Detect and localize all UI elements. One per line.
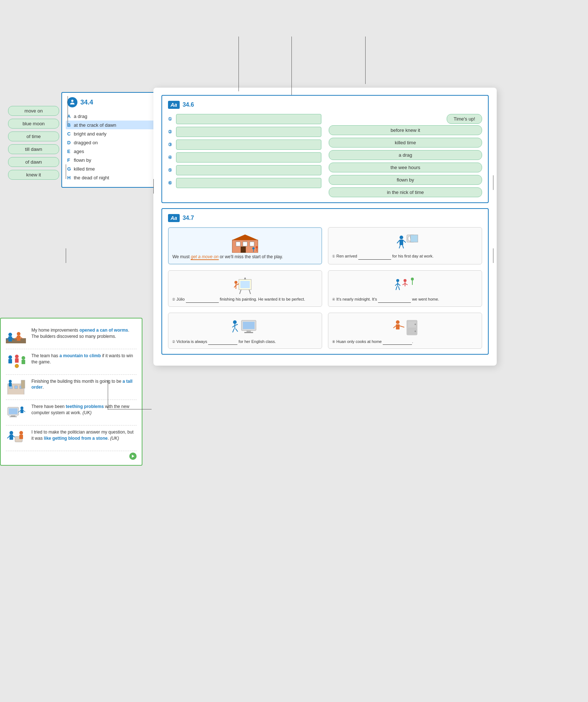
- audio-button[interactable]: [129, 453, 137, 460]
- fill-input-2[interactable]: [176, 127, 321, 137]
- option-a-drag[interactable]: a drag: [329, 150, 482, 160]
- svg-line-32: [395, 283, 398, 286]
- fill-row-4: ④: [168, 152, 321, 163]
- idiom-img-3: [6, 378, 28, 396]
- option-before-we-knew-it[interactable]: before knew it: [329, 125, 482, 135]
- word-pill-knew-it[interactable]: knew it: [8, 170, 59, 180]
- exercise-3-text: ④ It's nearly midnight. It's we went hom…: [332, 296, 478, 303]
- exercise-1-text: ① Ren arrived for his first day at work.: [332, 253, 478, 260]
- svg-line-60: [400, 326, 404, 327]
- svg-point-92: [9, 431, 13, 435]
- section-346-content: ① ② ③ ④ ⑤: [168, 114, 482, 197]
- options-header-row: Time's up!: [329, 114, 482, 124]
- svg-line-19: [403, 240, 406, 243]
- svg-point-62: [8, 333, 12, 336]
- idiom-img-5: [6, 429, 28, 447]
- exercise-grid: We must get a move on or we'll miss the …: [168, 227, 482, 349]
- svg-rect-71: [8, 359, 12, 363]
- idiom-entry-5: I tried to make the politician answer my…: [6, 426, 137, 451]
- svg-rect-89: [20, 409, 23, 413]
- theater-illustration: [172, 232, 318, 253]
- exercise-5: ⑧ Huan only cooks at home .: [328, 313, 482, 349]
- svg-rect-82: [9, 383, 12, 386]
- svg-line-48: [232, 325, 235, 327]
- aa-badge-347: Aa: [168, 214, 180, 222]
- annotation-line-top-3: [365, 37, 366, 84]
- fill-input-1[interactable]: [176, 114, 321, 124]
- option-wee-hours[interactable]: the wee hours: [329, 163, 482, 172]
- late-illustration: [172, 317, 318, 339]
- idiom-img-2: [6, 353, 28, 371]
- work-illustration: [332, 231, 478, 253]
- word-pill-blue-moon[interactable]: blue moon: [8, 119, 59, 129]
- sidebar-words-panel: move on blue moon of time till dawn of d…: [8, 106, 59, 183]
- svg-line-50: [233, 329, 234, 332]
- svg-point-40: [411, 278, 414, 281]
- option-in-the-nick-of-time[interactable]: in the nick of time: [329, 187, 482, 197]
- right-options-col: Time's up! before knew it killed time a …: [329, 114, 482, 197]
- svg-marker-99: [132, 455, 134, 458]
- svg-point-88: [20, 407, 23, 409]
- option-flown-by[interactable]: flown by: [329, 175, 482, 185]
- idiom-text-1: My home improvements opened a can of wor…: [31, 327, 137, 340]
- svg-point-66: [17, 332, 20, 336]
- midnight-illustration: [332, 274, 478, 296]
- annotation-line-panel-344: [68, 96, 68, 125]
- word-pill-of-dawn[interactable]: of dawn: [8, 157, 59, 167]
- annotation-line-top-2: [291, 37, 292, 95]
- svg-line-91: [23, 411, 25, 412]
- idiom-entry-4: There have been teething problems with t…: [6, 400, 137, 426]
- section-346-number: 34.6: [183, 102, 194, 108]
- svg-rect-75: [22, 360, 25, 364]
- annotation-move-on: [66, 164, 66, 179]
- svg-rect-4: [243, 242, 247, 246]
- idiom-text-2: The team has a mountain to climb if it w…: [31, 353, 137, 365]
- svg-line-21: [402, 245, 404, 248]
- svg-point-30: [396, 279, 399, 282]
- svg-rect-83: [21, 380, 25, 388]
- svg-point-81: [9, 380, 12, 383]
- times-up-option[interactable]: Time's up!: [447, 114, 482, 124]
- section-346: Aa 34.6 ① ② ③ ④: [161, 95, 489, 203]
- exercise-3: ④ It's nearly midnight. It's we went hom…: [328, 270, 482, 307]
- fill-row-3: ③: [168, 140, 321, 150]
- fill-input-3[interactable]: [176, 140, 321, 150]
- svg-rect-98: [19, 435, 23, 439]
- fill-input-4[interactable]: [176, 152, 321, 163]
- svg-point-7: [252, 247, 255, 249]
- word-pill-of-time[interactable]: of time: [8, 131, 59, 141]
- svg-rect-87: [9, 416, 17, 417]
- annotation-line-bottom-v: [108, 380, 108, 410]
- svg-rect-43: [243, 322, 255, 329]
- idiom-entry-3: Finishing the building this month is goi…: [6, 375, 137, 400]
- word-pill-till-dawn[interactable]: till dawn: [8, 144, 59, 154]
- svg-point-16: [400, 236, 403, 239]
- svg-rect-73: [15, 358, 19, 363]
- svg-rect-17: [400, 240, 403, 245]
- idiom-img-1: [6, 327, 28, 345]
- audio-section: [6, 453, 137, 460]
- svg-rect-5: [250, 242, 254, 246]
- idiom-img-4: [6, 404, 28, 421]
- svg-point-76: [15, 364, 19, 368]
- word-pill-move-on[interactable]: move on: [8, 106, 59, 116]
- book-page: Aa 34.6 ① ② ③ ④: [153, 88, 497, 366]
- svg-line-20: [399, 245, 400, 248]
- fill-row-6: ⑥: [168, 178, 321, 188]
- fill-input-6[interactable]: [176, 178, 321, 188]
- option-killed-time[interactable]: killed time: [329, 138, 482, 148]
- svg-rect-58: [396, 324, 400, 329]
- idiom-entry-1: My home improvements opened a can of wor…: [6, 324, 137, 349]
- idiom-text-5: I tried to make the politician answer my…: [31, 429, 137, 442]
- green-idioms-panel: My home improvements opened a can of wor…: [0, 318, 142, 466]
- svg-rect-86: [11, 415, 15, 416]
- section-347: Aa 34.7: [161, 208, 489, 355]
- fill-input-5[interactable]: [176, 165, 321, 175]
- svg-point-46: [233, 320, 237, 324]
- svg-rect-3: [236, 242, 240, 246]
- svg-line-34: [396, 286, 397, 290]
- aa-badge-346: Aa: [168, 101, 180, 109]
- svg-line-94: [7, 436, 9, 438]
- paint-illustration: [172, 274, 318, 296]
- svg-point-9: [256, 246, 258, 248]
